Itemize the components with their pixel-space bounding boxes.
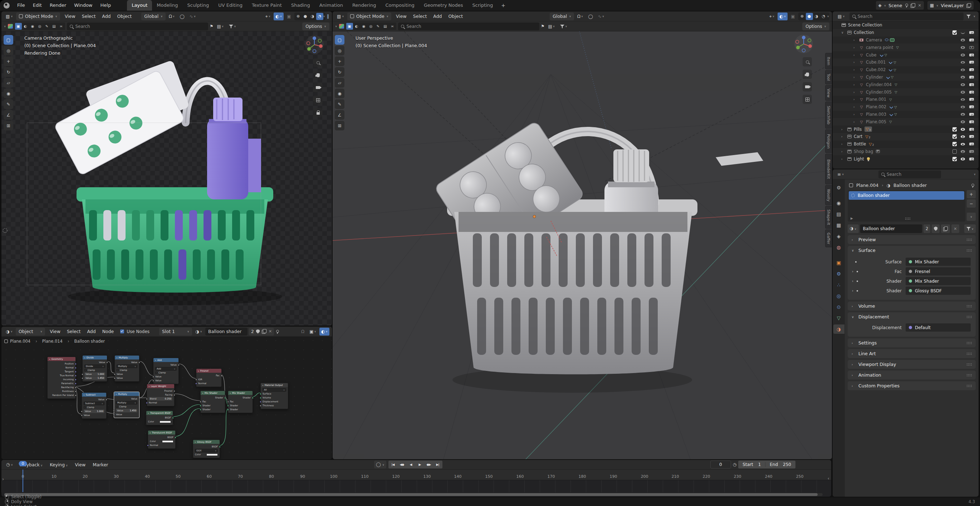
outliner-row[interactable]: › Camera [833,36,978,44]
data-icon[interactable] [893,68,896,72]
pin-icon[interactable] [275,330,279,333]
node-input-socket[interactable] [146,398,148,400]
snap-magnet-icon[interactable]: Ω∨ [167,13,177,21]
falloff-icon[interactable]: ∿∨ [188,13,198,21]
shader-node[interactable]: ∨Divide Value [82,355,107,382]
node-row[interactable]: Thickness [262,404,286,408]
shading-wireframe-icon[interactable]: ⊕ [295,13,302,20]
disclosure-icon[interactable]: › [853,105,859,109]
current-frame-field[interactable]: 0 [710,461,731,468]
node-row[interactable]: Normal [149,401,172,404]
zoom-icon[interactable] [803,57,812,67]
exclude-checkbox[interactable] [953,30,957,35]
data-icon[interactable]: 2 [876,150,880,153]
node-row[interactable]: Clamp [84,406,105,409]
sidebar-tab[interactable]: Woolly [825,185,832,205]
outliner-row[interactable]: › Plane.001 [833,96,978,103]
panel-grip[interactable] [966,305,972,308]
hide-eye-icon[interactable] [960,134,965,139]
node-input-socket[interactable] [113,410,115,412]
viewport-tool-button[interactable]: ◎ [3,46,13,56]
tab-output[interactable]: ▤ [834,209,845,219]
displacement-value-chip[interactable]: Default [905,324,971,332]
workspace-tab[interactable]: UV Editing [213,0,247,11]
tool-option-icon[interactable]: ≍ [58,23,65,30]
active-tool-icon[interactable] [339,24,344,29]
node-row[interactable]: Clamp [155,371,177,374]
outliner-row[interactable]: › Cylinder.005 [833,88,978,96]
outliner-row[interactable]: › Cart 2 [833,133,978,140]
shading-solid-icon[interactable]: ● [302,13,309,20]
node-output-socket[interactable] [252,397,254,399]
node-row[interactable]: Color [195,453,218,456]
current-frame-marker[interactable]: 0 [19,461,27,466]
tool-option-icon[interactable]: ▤ [51,23,57,30]
snap-grid-icon[interactable]: ▣∨ [308,328,318,336]
data-icon[interactable] [891,75,893,79]
outliner-row[interactable]: › Cube.002 [833,66,978,74]
editor-type-button[interactable]: ◑∨ [4,328,14,336]
outliner-row[interactable]: › Plane.003 [833,111,978,118]
disclosure-icon[interactable]: › [841,128,846,131]
node-row[interactable]: Color [148,420,171,424]
shader-value-chip[interactable]: Mix Shader [905,277,971,285]
hide-eye-icon[interactable] [960,149,965,154]
node-input-socket[interactable] [200,401,201,403]
shader-node[interactable]: ∨Layer Weight Fresnel [146,384,175,406]
node-row[interactable]: Tangent [49,370,74,373]
playhead-line[interactable] [22,470,23,492]
hide-eye-icon[interactable] [960,104,965,109]
hide-eye-icon[interactable] [960,127,965,132]
panel-volume[interactable]: ›Volume [848,301,976,311]
bookmark-icon[interactable]: ⚑ [541,24,545,28]
pause-icon[interactable]: ‖ [327,14,329,19]
node-output-socket[interactable] [172,417,174,419]
node-row[interactable]: Normal [198,382,220,385]
node-output-socket[interactable] [75,395,76,396]
timeline-ruler[interactable]: 0102030405060708090100110120130140150160… [2,470,831,480]
node-row[interactable]: Divide [84,365,105,368]
snap-magnet-icon[interactable]: Ω [299,328,306,336]
node-input-socket[interactable] [153,380,154,382]
node-input-socket[interactable] [195,383,197,384]
node-row[interactable]: Shader [230,408,251,411]
disable-render-icon[interactable] [969,53,974,57]
viewlayer-selector[interactable]: ▦∨ ViewLayer [928,1,974,10]
node-output-socket[interactable] [178,364,180,366]
expand-arrow-icon[interactable]: › [2,476,4,482]
camera-view-icon[interactable] [313,83,323,92]
tab-modifiers[interactable]: ⚙ [834,269,845,278]
panel-grip[interactable] [966,342,972,344]
node-row[interactable]: Shader [230,396,251,400]
hide-eye-icon[interactable] [960,90,965,95]
node-output-socket[interactable] [173,390,175,392]
panel-viewport-display[interactable]: ›Viewport Display [848,360,976,369]
data-icon[interactable] [880,53,883,57]
navigation-gizmo[interactable] [794,34,813,54]
overlays-icon[interactable]: ◐∨ [320,328,329,336]
editor-type-button[interactable]: ▧∨ [335,13,346,21]
data-icon[interactable] [893,60,896,64]
node-output-socket[interactable] [75,379,76,381]
timeline-menu[interactable]: Keying [46,462,71,467]
outliner-row[interactable]: Scene Collection [833,21,978,29]
node-row[interactable]: Normal [49,366,74,370]
node-row[interactable]: Value [155,379,177,382]
viewport-tool-button[interactable]: ▢ [335,35,344,44]
outliner-row[interactable]: › Light 3 [833,155,978,163]
data-icon[interactable] [885,53,887,57]
node-row[interactable]: BSDF [150,436,173,439]
disclosure-icon[interactable]: › [853,98,859,101]
sidebar-tab[interactable]: Tool [825,70,832,84]
viewport-tool-button[interactable]: ◎ [335,46,344,56]
node-row[interactable]: Pointiness [49,390,74,393]
data-icon[interactable] [890,38,894,42]
shader-value-chip[interactable]: Mix Shader [905,258,971,266]
shader-node[interactable]: ∨Add Value [153,358,179,384]
node-output-socket[interactable] [105,399,107,401]
copy-icon[interactable] [262,329,266,334]
data-icon[interactable] [888,68,892,71]
gizmo-icon[interactable]: ⌖∨ [264,13,272,21]
node-output-socket[interactable] [138,362,140,363]
node-row[interactable]: Fresnel [149,389,172,393]
